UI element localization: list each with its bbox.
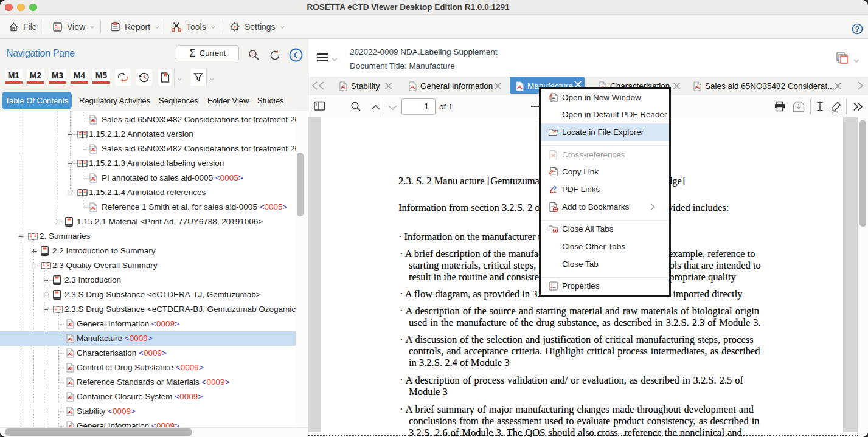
svg-text:?: ? [855, 25, 859, 33]
